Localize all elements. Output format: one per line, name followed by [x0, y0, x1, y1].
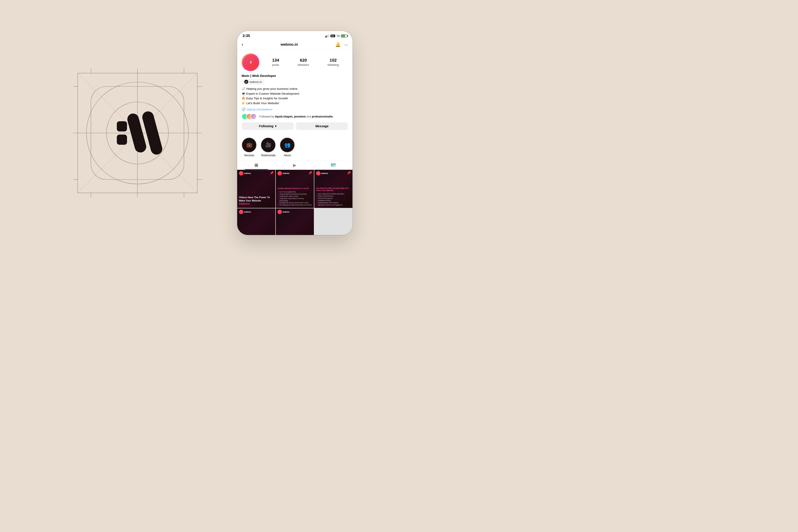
grid-content: webmo 📌 Videos Have The Power To Make Yo…: [237, 170, 353, 235]
post-3-brand-text: webmo: [321, 172, 328, 174]
highlight-services-circle: 💼: [242, 137, 257, 152]
profile-link-text: tidycal.com/webmo: [247, 108, 272, 111]
profile-section: :// 134 posts 620 followers 102: [237, 50, 353, 136]
post-2-list-item-6: Not Testing Across Different Browsers An…: [278, 204, 312, 206]
post-2-list: Use Of Low Quality Fonts Using Animation…: [278, 191, 312, 206]
notification-bell-icon[interactable]: 🔔: [335, 42, 341, 47]
post-4-brand: webmo: [239, 210, 251, 214]
post-card-3: webmo 📌 Top Reasons Why Google Might Not…: [314, 170, 353, 208]
posts-stat: 134 posts: [272, 58, 279, 67]
back-button[interactable]: ‹: [242, 42, 243, 48]
post-1-brand-text: webmo: [244, 172, 251, 174]
more-options-icon[interactable]: ···: [344, 42, 348, 47]
tab-bar: ⊞ ▶ 🪪: [237, 160, 353, 170]
profile-top-row: :// 134 posts 620 followers 102: [242, 53, 348, 71]
logo-squares: [117, 121, 127, 145]
highlights-section: 💼 Services 🎥 Testimonials 👥 About: [237, 136, 353, 160]
grid-post-3[interactable]: webmo 📌 Top Reasons Why Google Might Not…: [314, 170, 353, 208]
tab-grid[interactable]: ⊞: [237, 160, 276, 170]
logo-slashes: [131, 111, 158, 155]
post-2-list-item-4: Using Music / Sound Effects That Play Au…: [278, 197, 312, 202]
following-label: Following: [259, 125, 273, 128]
post-3-list-item-4: Inadequate Security: [316, 200, 344, 202]
phone-mockup: 3:35 5G 73 ‹ webmo.in 🔔 ···: [237, 31, 353, 235]
post-card-2: webmo 📌 Deadly Website Practices To Avoi…: [276, 170, 314, 208]
grid-post-5[interactable]: webmo: [276, 208, 314, 235]
bio-section: 📈 Helping you grow your business online …: [242, 87, 348, 106]
post-1-brand: webmo: [239, 171, 251, 175]
grid-post-4[interactable]: webmo: [237, 208, 275, 235]
post-3-list-item-3: Overview Of Keywords: [316, 197, 344, 200]
nav-title: webmo.in: [281, 42, 298, 47]
reels-icon: ▶: [293, 163, 297, 168]
post-1-logo-icon: [239, 171, 243, 175]
post-3-list-item-1: Slow Loading & Poor Mobile Optimization: [316, 193, 344, 195]
post-2-list-item-5: Annoying Pop Up Ads That Are Hard To Clo…: [278, 202, 312, 204]
following-count: 102: [328, 58, 339, 63]
battery-percent: 73: [337, 34, 340, 38]
highlight-services-label: Services: [244, 154, 254, 157]
signal-bar-2: [326, 36, 327, 37]
post-2-list-item-3: Using Generic, Bland Content: [278, 195, 312, 197]
tab-tagged[interactable]: 🪪: [314, 160, 353, 170]
status-icons: 5G 73: [325, 34, 347, 38]
action-buttons: Following ▾ Message: [242, 122, 348, 130]
post-card-5: webmo: [276, 208, 314, 235]
logo-square-bottom: [117, 135, 127, 145]
follower-avatars: [242, 114, 257, 120]
posts-label: posts: [272, 63, 279, 66]
following-button[interactable]: Following ▾: [242, 122, 294, 130]
grid-post-1[interactable]: webmo 📌 Videos Have The Power To Make Yo…: [237, 170, 275, 208]
post-5-brand: webmo: [278, 210, 289, 214]
post-1-accent: Addictive: [239, 202, 250, 205]
post-3-subtitle: Top Reasons Why Google Might Not Favor Y…: [316, 187, 351, 191]
tagged-icon: 🪪: [330, 163, 336, 168]
post-4-logo-icon: [239, 210, 243, 214]
nav-bar: ‹ webmo.in 🔔 ···: [237, 40, 353, 50]
avatar: ://: [242, 53, 259, 71]
follower-avatar-3: [250, 114, 257, 120]
logo-square-top: [117, 121, 127, 131]
message-button[interactable]: Message: [296, 122, 348, 130]
followers-stat[interactable]: 620 followers: [298, 58, 309, 67]
post-2-brand-text: webmo: [283, 172, 289, 174]
tab-reels[interactable]: ▶: [276, 160, 314, 170]
highlight-services[interactable]: 💼 Services: [242, 137, 257, 157]
threads-handle: webmo.in: [250, 80, 262, 83]
page-wrapper: 3:35 5G 73 ‹ webmo.in 🔔 ···: [0, 0, 399, 266]
signal-bar-4: [328, 34, 329, 37]
status-time: 3:35: [243, 34, 250, 38]
chevron-down-icon: ▾: [275, 125, 277, 128]
highlight-testimonials-label: Testimonials: [261, 154, 276, 157]
post-2-logo-icon: [278, 171, 282, 175]
logo-area: [46, 33, 228, 233]
post-2-list-item-2: Using Animations And Motions Excessively: [278, 193, 312, 195]
battery-fill: [341, 35, 345, 37]
profile-name: Moin | Web Developer: [242, 74, 348, 78]
bio-line-2: 💻 Expert in Custom Website Development: [242, 91, 348, 96]
bio-line-4: 👉 Let's Build Your Website!: [242, 101, 348, 106]
highlight-testimonials[interactable]: 🎥 Testimonials: [261, 137, 276, 157]
post-3-brand: webmo: [316, 171, 328, 175]
highlight-testimonials-circle: 🎥: [261, 137, 276, 152]
post-2-subtitle: Deadly Website Practices To Avoid: [278, 187, 308, 190]
highlight-about[interactable]: 👥 About: [280, 137, 295, 157]
nav-actions: 🔔 ···: [335, 42, 348, 47]
logo-mark: [104, 109, 171, 157]
grid-post-2[interactable]: webmo 📌 Deadly Website Practices To Avoi…: [276, 170, 314, 208]
testimonials-icon: 🎥: [265, 142, 271, 148]
network-type: 5G: [330, 35, 335, 37]
bio-line-3: 🔥 Easy Tips & Insights for Growth: [242, 96, 348, 101]
post-1-title: Videos Have The Power To Make Your Websi…: [239, 196, 273, 205]
status-bar: 3:35 5G 73: [237, 31, 353, 40]
signal-bar-1: [325, 36, 326, 37]
post-1-pin-icon: 📌: [270, 171, 273, 175]
post-3-logo-icon: [316, 171, 321, 175]
services-icon: 💼: [246, 142, 252, 148]
battery-icon: [341, 34, 347, 37]
following-stat[interactable]: 102 following: [328, 58, 339, 67]
post-3-list: Slow Loading & Poor Mobile Optimization …: [316, 193, 344, 206]
threads-link[interactable]: @ webmo.in: [242, 79, 265, 85]
profile-link[interactable]: 🔗 tidycal.com/webmo: [242, 107, 348, 111]
threads-icon: @: [244, 80, 248, 84]
